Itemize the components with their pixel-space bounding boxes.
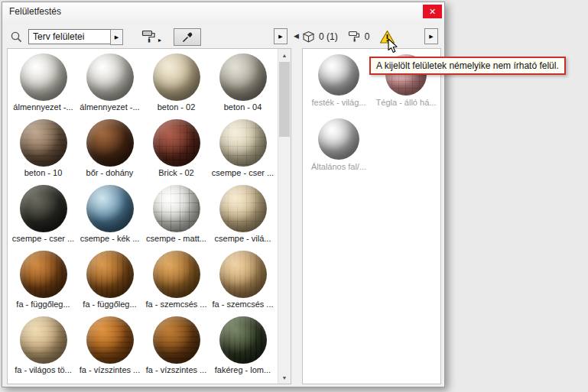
material-label: bőr - dohány [76, 168, 143, 177]
material-label: Általános fal/... [305, 162, 372, 171]
surfaces-count: 0 (1) [319, 31, 338, 42]
material-sphere [153, 251, 200, 298]
material-label: Brick - 02 [143, 168, 210, 177]
roller-flyout-arrow[interactable]: ▸ [158, 37, 161, 44]
material-sphere [219, 316, 267, 364]
material-label: fa - szemcsés ... [210, 300, 276, 309]
scrollbar[interactable]: ▲ ▼ [278, 49, 291, 384]
material-label: fa - szemcsés ... [143, 300, 210, 309]
material-label: álmennyezet -... [76, 102, 143, 112]
material-sphere [219, 119, 267, 167]
material-label: álmennyezet -... [10, 102, 76, 112]
material-sphere [153, 316, 200, 364]
material-item[interactable]: csempe - matt... [143, 182, 210, 248]
material-sphere [20, 119, 67, 167]
material-label: beton - 10 [10, 168, 76, 177]
source-flyout-button[interactable]: ▶ [110, 29, 123, 45]
material-sphere [153, 185, 200, 232]
material-item[interactable]: beton - 04 [210, 50, 276, 116]
material-item[interactable]: beton - 02 [143, 50, 210, 116]
material-sphere [153, 53, 200, 101]
material-label: fa - világos tö... [10, 365, 76, 374]
material-sphere [219, 185, 267, 232]
material-item[interactable]: csempe - cser ... [10, 182, 76, 248]
material-label: csempe - kék ... [76, 234, 143, 243]
material-item[interactable]: beton - 10 [10, 116, 76, 182]
material-sphere [20, 251, 67, 298]
material-sphere [318, 54, 359, 96]
material-sphere [219, 251, 267, 298]
material-sphere [318, 118, 359, 160]
scroll-up-button[interactable]: ▲ [278, 49, 291, 61]
material-item[interactable]: fa - vízszintes ... [143, 313, 210, 379]
material-label: beton - 02 [143, 102, 210, 112]
material-item[interactable]: Brick - 02 [143, 116, 210, 182]
material-list-panel: álmennyezet -...álmennyezet -...beton - … [7, 48, 291, 384]
material-label: csempe - matt... [143, 234, 210, 243]
applied-surface-item[interactable]: festék - világ... [305, 52, 372, 116]
material-item[interactable]: fakéreg - lom... [210, 313, 276, 379]
scroll-down-button[interactable]: ▼ [278, 371, 291, 384]
collapse-panel-arrow[interactable]: ◀ [294, 33, 299, 40]
titlebar[interactable]: Felületfestés [2, 2, 444, 21]
material-label: fa - függőleg... [10, 300, 76, 309]
applied-surface-item[interactable]: Általános fal/... [305, 116, 372, 180]
material-item[interactable]: fa - szemcsés ... [143, 248, 210, 313]
material-sphere [20, 316, 67, 364]
material-item[interactable]: csempe - kék ... [76, 182, 143, 248]
close-button[interactable]: ✕ [423, 5, 442, 18]
surface-source-input[interactable] [28, 29, 111, 44]
warning-tooltip-text: A kijelölt felületek némelyike nem írhat… [376, 60, 559, 71]
material-item[interactable]: csempe - cser ... [210, 116, 276, 182]
material-sphere [86, 251, 134, 298]
material-item[interactable]: fa - függőleg... [10, 248, 76, 313]
material-item[interactable]: fa - vízszintes ... [76, 313, 143, 379]
material-sphere [86, 119, 134, 167]
left-panel-flyout-button[interactable]: ▶ [274, 28, 288, 44]
material-label: Tégla - álló há... [372, 98, 440, 107]
paint-roller-icon[interactable] [141, 30, 157, 44]
material-label: fa - vízszintes ... [76, 365, 143, 374]
material-item[interactable]: fa - világos tö... [10, 313, 76, 379]
material-label: csempe - cser ... [210, 168, 276, 177]
material-sphere [219, 53, 267, 101]
material-sphere [86, 53, 134, 101]
material-item[interactable]: álmennyezet -... [76, 50, 143, 116]
material-label: csempe - vilá... [210, 234, 276, 243]
material-label: fa - vízszintes ... [143, 365, 210, 374]
paint-count-icon [348, 31, 361, 43]
scroll-thumb[interactable] [279, 62, 290, 137]
surfaces-cube-icon [302, 31, 315, 44]
material-item[interactable]: fa - szemcsés ... [210, 248, 276, 313]
material-sphere [20, 53, 67, 101]
applied-header: 0 (1) 0 [302, 27, 395, 47]
material-item[interactable]: álmennyezet -... [10, 50, 76, 116]
left-toolbar: ▶ ▸ [10, 27, 201, 47]
right-panel-flyout-button[interactable]: ▶ [424, 28, 438, 44]
material-label: csempe - cser ... [10, 234, 76, 243]
material-label: festék - világ... [305, 98, 372, 107]
material-sphere [153, 119, 200, 167]
material-sphere [20, 185, 67, 232]
warning-tooltip: A kijelölt felületek némelyike nem írhat… [369, 57, 566, 75]
window-title: Felületfestés [9, 6, 61, 17]
paint-count: 0 [365, 31, 370, 42]
mouse-cursor [387, 38, 401, 53]
eyedropper-icon [181, 31, 194, 44]
material-item[interactable]: bőr - dohány [76, 116, 143, 182]
material-item[interactable]: csempe - vilá... [210, 182, 276, 248]
material-label: fa - függőleg... [76, 300, 143, 309]
applied-list-panel: festék - világ...Tégla - álló há...Által… [302, 48, 441, 384]
material-sphere [86, 185, 134, 232]
search-icon [10, 31, 23, 44]
material-grid: álmennyezet -...álmennyezet -...beton - … [8, 49, 291, 379]
material-item[interactable]: fa - függőleg... [76, 248, 143, 313]
material-label: beton - 04 [210, 102, 276, 112]
material-sphere [86, 316, 134, 364]
eyedropper-button[interactable] [174, 28, 201, 46]
material-label: fakéreg - lom... [210, 365, 276, 374]
